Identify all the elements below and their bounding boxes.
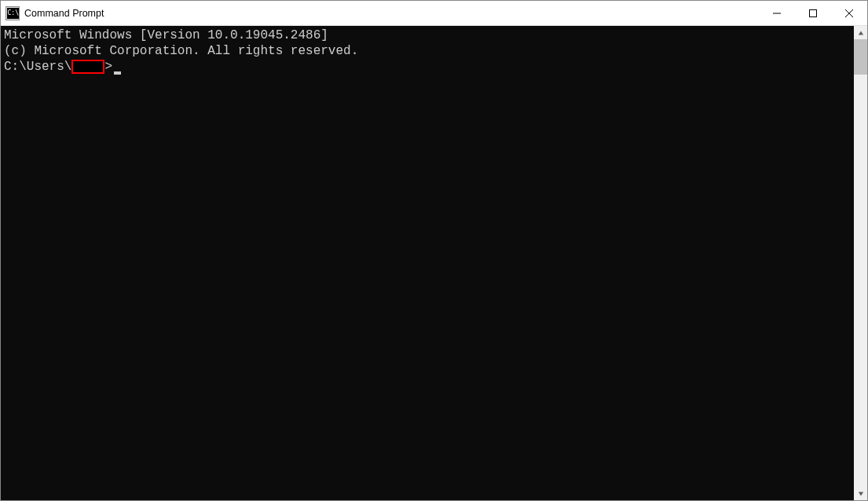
scrollbar-track[interactable] bbox=[854, 39, 867, 487]
cmd-icon bbox=[5, 6, 20, 20]
window-controls bbox=[759, 1, 867, 25]
maximize-button[interactable] bbox=[795, 1, 831, 25]
prompt-line[interactable]: C:\Users\> bbox=[4, 59, 851, 75]
vertical-scrollbar[interactable] bbox=[854, 26, 867, 500]
copyright-line: (c) Microsoft Corporation. All rights re… bbox=[4, 43, 851, 59]
window-title: Command Prompt bbox=[24, 8, 104, 19]
minimize-button[interactable] bbox=[759, 1, 795, 25]
cmd-window: Command Prompt Microsoft Windows [Versio… bbox=[0, 0, 868, 501]
terminal-output[interactable]: Microsoft Windows [Version 10.0.19045.24… bbox=[1, 26, 854, 500]
titlebar[interactable]: Command Prompt bbox=[1, 1, 867, 26]
prompt-suffix: > bbox=[104, 59, 112, 75]
close-button[interactable] bbox=[831, 1, 867, 25]
scroll-up-button[interactable] bbox=[854, 26, 867, 39]
prompt-prefix: C:\Users\ bbox=[4, 59, 71, 75]
svg-marker-5 bbox=[858, 492, 863, 496]
scrollbar-thumb[interactable] bbox=[854, 39, 867, 75]
version-line: Microsoft Windows [Version 10.0.19045.24… bbox=[4, 27, 851, 43]
svg-rect-1 bbox=[810, 9, 817, 16]
scroll-down-button[interactable] bbox=[854, 487, 867, 500]
redacted-username bbox=[71, 60, 104, 74]
svg-marker-4 bbox=[858, 31, 863, 35]
client-area: Microsoft Windows [Version 10.0.19045.24… bbox=[1, 26, 867, 500]
cursor bbox=[114, 71, 121, 75]
